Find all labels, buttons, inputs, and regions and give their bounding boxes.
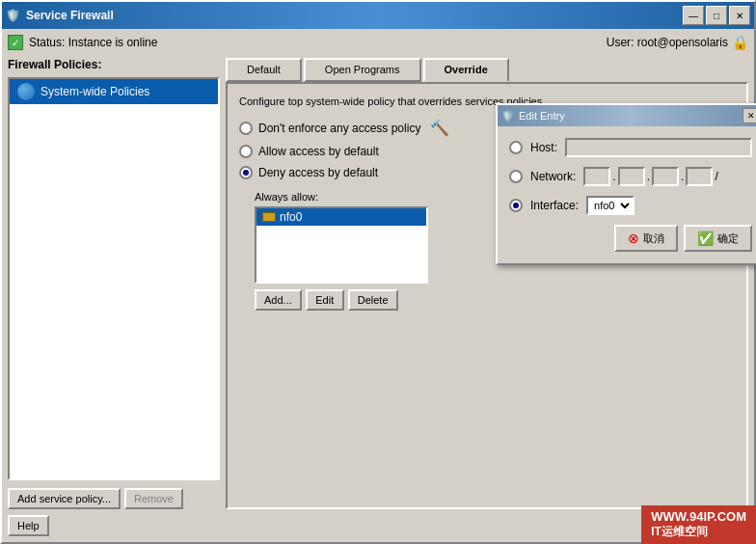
status-right: User: root@opensolaris 🔒 [607, 35, 748, 50]
dialog-content: Host: Network: . [498, 126, 756, 263]
user-label: User: root@opensolaris [607, 36, 728, 49]
window-title: Service Firewall [26, 9, 114, 22]
dialog-overlay: 🛡️ Edit Entry ✕ Host: [228, 84, 746, 507]
watermark: WWW.94IP.COM IT运维空间 [641, 505, 756, 544]
status-label: Status: Instance is online [29, 36, 157, 49]
dialog-title: Edit Entry [519, 110, 565, 122]
title-buttons: — □ ✕ [683, 6, 750, 25]
tab-content: Configure top system-wide policy that ov… [226, 82, 748, 509]
firewall-policies-label: Firewall Policies: [8, 58, 220, 71]
slash: / [715, 170, 717, 183]
maximize-button[interactable]: □ [706, 6, 727, 25]
network-octet-2[interactable] [618, 167, 645, 186]
add-service-policy-button[interactable]: Add service policy... [8, 488, 121, 509]
title-bar: 🛡️ Service Firewall — □ ✕ [2, 2, 754, 29]
network-row: Network: . . . / [509, 167, 752, 186]
network-radio[interactable] [509, 170, 523, 183]
left-buttons: Add service policy... Remove [8, 488, 220, 509]
tab-open-programs[interactable]: Open Programs [304, 58, 421, 82]
dot-2: . [647, 170, 650, 183]
dialog-title-left: 🛡️ Edit Entry [501, 110, 565, 122]
network-label: Network: [530, 170, 576, 183]
main-window: 🛡️ Service Firewall — □ ✕ ✓ Status: Inst… [0, 0, 756, 544]
remove-button[interactable]: Remove [124, 488, 183, 509]
status-left: ✓ Status: Instance is online [8, 35, 157, 50]
status-checkbox: ✓ [8, 35, 23, 50]
interface-radio[interactable] [509, 199, 523, 212]
ok-label: 确定 [717, 231, 739, 246]
network-octet-3[interactable] [652, 167, 679, 186]
window-content: ✓ Status: Instance is online User: root@… [2, 29, 754, 542]
right-panel: Default Open Programs Override Configure… [226, 58, 748, 509]
policy-item-system-wide[interactable]: System-wide Policies [10, 79, 218, 104]
cancel-label: 取消 [643, 231, 664, 246]
cancel-button[interactable]: ⊗ 取消 [614, 225, 678, 252]
tab-default[interactable]: Default [226, 58, 302, 82]
cancel-icon: ⊗ [628, 231, 639, 246]
bottom-bar: Help Ap... [8, 515, 748, 536]
host-row: Host: [509, 138, 752, 157]
close-button[interactable]: ✕ [729, 6, 750, 25]
policy-list[interactable]: System-wide Policies [8, 77, 220, 480]
interface-row: Interface: nfo0 [509, 196, 752, 215]
dialog-title-bar: 🛡️ Edit Entry ✕ [498, 105, 756, 126]
status-bar: ✓ Status: Instance is online User: root@… [8, 35, 748, 50]
host-label: Host: [530, 141, 557, 154]
ok-icon: ✅ [697, 231, 714, 246]
interface-label: Interface: [530, 199, 579, 212]
watermark-line2: IT运维空间 [651, 524, 746, 540]
watermark-line1: WWW.94IP.COM [651, 509, 746, 524]
help-button[interactable]: Help [8, 515, 49, 536]
dot-3: . [681, 170, 684, 183]
tabs: Default Open Programs Override [226, 58, 748, 82]
dot-1: . [612, 170, 615, 183]
left-panel: Firewall Policies: System-wide Policies … [8, 58, 220, 509]
network-octet-4[interactable] [686, 167, 713, 186]
main-area: Firewall Policies: System-wide Policies … [8, 58, 748, 509]
edit-entry-dialog: 🛡️ Edit Entry ✕ Host: [496, 103, 756, 265]
lock-icon: 🔒 [732, 35, 748, 50]
host-input[interactable] [565, 138, 752, 157]
network-octet-1[interactable] [583, 167, 610, 186]
policy-icon [17, 83, 35, 100]
dialog-close-button[interactable]: ✕ [742, 108, 756, 123]
policy-item-label: System-wide Policies [40, 85, 149, 98]
minimize-button[interactable]: — [683, 6, 704, 25]
tab-override[interactable]: Override [423, 58, 509, 82]
network-inputs: . . . / [583, 167, 752, 186]
dialog-icon: 🛡️ [501, 110, 515, 122]
title-bar-left: 🛡️ Service Firewall [6, 9, 114, 22]
interface-select[interactable]: nfo0 [586, 196, 634, 215]
ok-button[interactable]: ✅ 确定 [684, 225, 752, 252]
window-icon: 🛡️ [6, 9, 20, 22]
dialog-buttons: ⊗ 取消 ✅ 确定 [509, 225, 752, 252]
host-radio[interactable] [509, 141, 523, 154]
